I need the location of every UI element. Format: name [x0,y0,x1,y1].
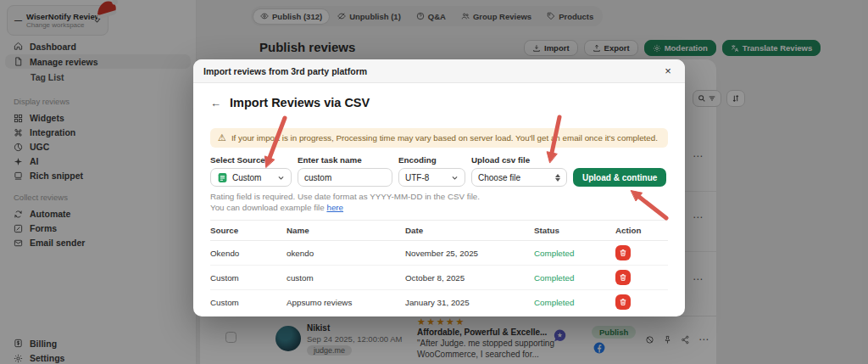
cell-action [615,290,668,315]
table-row: CustomcustomOctober 8, 2025Completed [210,266,668,290]
warning-text: If your import is in progress, Processin… [231,133,658,143]
column-header-date: Date [405,221,534,241]
status-text: Completed [534,298,574,307]
chevron-down-icon [277,174,285,182]
cell-status: Completed [534,290,615,315]
close-icon[interactable]: × [661,64,675,78]
delete-button[interactable] [615,294,631,310]
warning-icon: ⚠ [218,133,226,143]
import-warning-banner: ⚠ If your import is in progress, Process… [210,128,668,148]
column-header-status: Status [534,221,615,241]
screenshot-stage: — WiserNotify Review Change workspace Da… [0,0,868,364]
modal-body: ← Import Reviews via CSV ⚠ If your impor… [193,83,685,314]
example-file-link[interactable]: here [326,203,343,212]
column-header-action: Action [615,221,668,241]
cell-action [615,266,668,290]
cell-date: November 25, 2025 [405,241,534,266]
cell-name: custom [287,266,405,290]
task-name-label: Enter task name [298,155,392,165]
table-row: OkendookendoNovember 25, 2025Completed [210,241,668,266]
note-example: You can download example file [210,203,326,212]
file-input-value: Choose file [478,173,551,182]
column-header-source: Source [210,221,287,241]
source-select[interactable]: Custom [210,168,292,187]
encoding-select[interactable]: UTF-8 [398,168,465,187]
csv-import-heading: Import Reviews via CSV [230,96,370,109]
csv-file-icon [217,172,228,183]
modal-title: Import reviews from 3rd party platform [203,66,661,76]
cell-name: Appsumo reviews [287,290,405,315]
file-input[interactable]: Choose file [471,168,567,187]
import-modal: Import reviews from 3rd party platform ×… [193,59,685,316]
table-row: CustomAppsumo reviewsJanuary 31, 2025Com… [210,290,668,315]
delete-button[interactable] [615,245,631,260]
cell-source: Custom [210,290,287,315]
cell-date: October 8, 2025 [405,266,534,290]
cell-action [615,241,668,266]
source-label: Select Source [210,155,292,165]
source-value: Custom [232,173,273,182]
cell-name: okendo [287,241,405,266]
task-name-input[interactable]: custom [298,168,392,187]
back-arrow-icon[interactable]: ← [210,98,221,109]
note-rating: Rating field is required. Use date forma… [210,192,668,203]
chevron-down-icon [451,174,459,182]
cell-source: Custom [210,266,287,290]
import-form: Select Source Custom Enter task name cus… [210,155,668,187]
task-name-value: custom [304,173,386,182]
encoding-label: Encoding [398,155,465,165]
cell-date: January 31, 2025 [405,290,534,315]
upload-continue-button[interactable]: Upload & continue [573,168,666,187]
delete-button[interactable] [615,270,631,285]
cell-status: Completed [534,241,615,266]
upload-file-label: Upload csv file [471,155,567,165]
cell-status: Completed [534,266,615,290]
column-header-name: Name [287,221,405,241]
import-history-table: SourceNameDateStatusAction OkendookendoN… [210,220,668,314]
encoding-value: UTF-8 [405,173,447,182]
form-notes: Rating field is required. Use date forma… [210,192,668,213]
modal-header: Import reviews from 3rd party platform × [193,59,685,83]
cell-source: Okendo [210,241,287,266]
status-text: Completed [534,273,574,283]
status-text: Completed [534,249,574,258]
stepper-icon [555,174,560,182]
